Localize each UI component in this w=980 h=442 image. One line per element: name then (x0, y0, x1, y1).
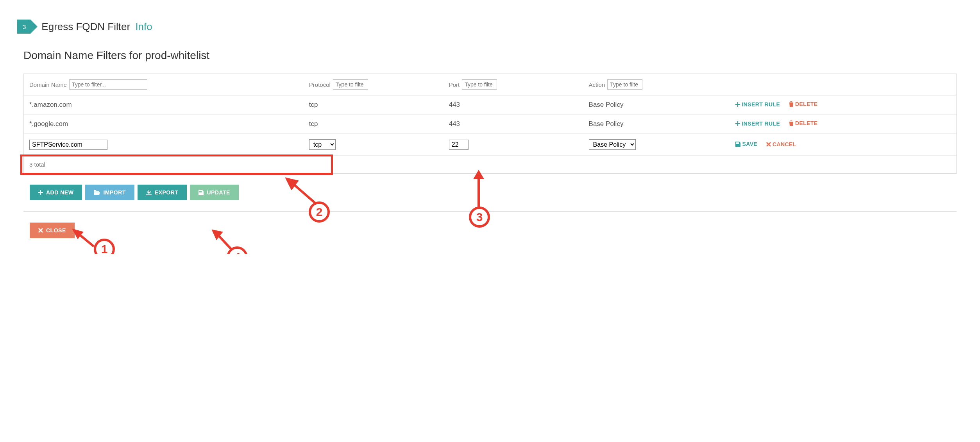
annotation-circle-1: 1 (94, 239, 115, 254)
insert-rule-label: INSERT RULE (742, 120, 780, 127)
annotation-number: 3 (476, 210, 483, 224)
col-port-filter[interactable] (462, 79, 497, 90)
col-protocol-filter[interactable] (333, 79, 368, 90)
annotation-number: 2 (316, 205, 323, 219)
col-domain-label: Domain Name (29, 81, 67, 88)
col-domain-filter[interactable] (69, 79, 147, 90)
close-icon (38, 228, 43, 233)
add-new-label: ADD NEW (46, 189, 73, 196)
svg-marker-5 (474, 170, 484, 179)
step-number: 3 (23, 23, 26, 30)
table-edit-row: tcp Base Policy SAVE (24, 134, 956, 156)
close-icon (766, 142, 771, 147)
edit-protocol-select[interactable]: tcp (309, 139, 336, 150)
annotation-arrow-2 (281, 176, 320, 207)
annotation-number: 4 (234, 250, 241, 254)
section-title: Domain Name Filters for prod-whitelist (23, 49, 972, 62)
col-action-filter[interactable] (607, 79, 642, 90)
insert-rule-button[interactable]: INSERT RULE (735, 101, 780, 108)
plus-icon (735, 121, 740, 126)
cancel-label: CANCEL (773, 141, 796, 147)
table-row: *.google.com tcp 443 Base Policy INSERT … (24, 115, 956, 134)
save-button[interactable]: SAVE (735, 141, 757, 147)
folder-open-icon (94, 190, 100, 195)
annotation-arrow-4 (211, 229, 234, 252)
download-icon (146, 190, 152, 195)
table-header-row: Domain Name Protocol Port (24, 74, 956, 95)
close-label: CLOSE (46, 227, 66, 234)
export-label: EXPORT (155, 189, 179, 196)
button-row: ADD NEW IMPORT EXPORT UPDATE (30, 185, 957, 200)
step-title-text: Egress FQDN Filter (41, 21, 130, 32)
divider (23, 211, 957, 212)
annotation-number: 1 (101, 243, 108, 254)
cell-port: 443 (444, 95, 583, 115)
cell-domain: *.amazon.com (24, 95, 304, 115)
cell-domain: *.google.com (24, 115, 304, 134)
insert-rule-label: INSERT RULE (742, 101, 780, 108)
cell-action: Base Policy (583, 95, 723, 115)
import-label: IMPORT (103, 189, 125, 196)
delete-button[interactable]: DELETE (789, 120, 818, 126)
save-label: SAVE (742, 141, 757, 147)
table-row: *.amazon.com tcp 443 Base Policy INSERT … (24, 95, 956, 115)
col-protocol-label: Protocol (309, 81, 331, 88)
cell-action: Base Policy (583, 115, 723, 134)
svg-line-2 (293, 184, 317, 204)
edit-action-select[interactable]: Base Policy (589, 139, 636, 150)
cell-protocol: tcp (304, 115, 444, 134)
trash-icon (789, 101, 794, 107)
plus-icon (38, 190, 43, 195)
save-icon (735, 142, 740, 147)
close-button[interactable]: CLOSE (30, 223, 75, 238)
step-number-badge: 3 (17, 20, 30, 34)
annotation-highlight-box (20, 155, 333, 175)
trash-icon (789, 120, 794, 126)
edit-port-input[interactable] (449, 140, 469, 150)
cell-port: 443 (444, 115, 583, 134)
step-header: 3 Egress FQDN Filter Info (17, 20, 972, 34)
annotation-arrow-1 (72, 229, 96, 248)
annotation-circle-3: 3 (469, 207, 490, 228)
annotation-arrow-3 (473, 170, 485, 209)
delete-label: DELETE (795, 120, 818, 126)
update-button[interactable]: UPDATE (190, 185, 239, 200)
update-label: UPDATE (207, 189, 230, 196)
export-button[interactable]: EXPORT (138, 185, 187, 200)
info-link[interactable]: Info (135, 21, 152, 32)
delete-label: DELETE (795, 101, 818, 107)
plus-icon (735, 102, 740, 107)
save-icon (199, 190, 204, 195)
edit-domain-input[interactable] (29, 140, 107, 150)
add-new-button[interactable]: ADD NEW (30, 185, 82, 200)
svg-line-6 (217, 234, 231, 249)
insert-rule-button[interactable]: INSERT RULE (735, 120, 780, 127)
import-button[interactable]: IMPORT (85, 185, 134, 200)
col-port-label: Port (449, 81, 460, 88)
step-title: Egress FQDN Filter Info (41, 21, 152, 33)
col-action-label: Action (589, 81, 605, 88)
cell-protocol: tcp (304, 95, 444, 115)
cancel-button[interactable]: CANCEL (766, 141, 796, 147)
delete-button[interactable]: DELETE (789, 101, 818, 107)
